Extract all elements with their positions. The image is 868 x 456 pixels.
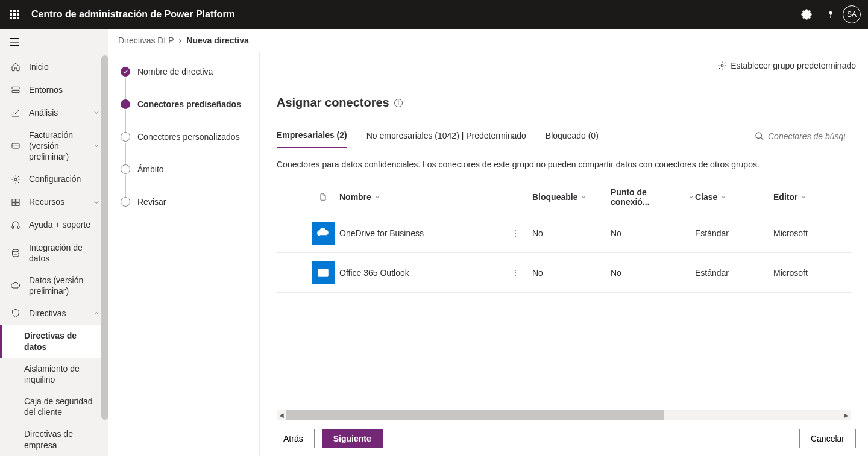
nav-datos[interactable]: Datos (versión preliminar) [0, 269, 108, 302]
nav-entornos[interactable]: Entornos [0, 78, 108, 101]
tab-no-empresariales[interactable]: No empresariales (1042) | Predeterminado [366, 125, 526, 148]
nav-inicio[interactable]: Inicio [0, 55, 108, 78]
table-header: Nombre Bloqueable Punto de conexió... Cl… [277, 181, 851, 213]
col-editor[interactable]: Editor [773, 192, 846, 202]
billing-icon [10, 140, 22, 152]
scroll-right-icon[interactable]: ▶ [841, 410, 851, 420]
sidebar: Inicio Entornos Análisis Facturación (ve… [0, 29, 108, 456]
svg-rect-20 [12, 202, 15, 205]
nav-label: Inicio [29, 61, 101, 72]
nav-aislamiento[interactable]: Aislamiento de inquilino [0, 358, 108, 390]
search-input[interactable] [768, 131, 846, 141]
nav-directivas[interactable]: Directivas [0, 302, 108, 325]
info-icon[interactable]: i [394, 99, 403, 107]
nav-integracion[interactable]: Integración de datos [0, 237, 108, 269]
connectors-table: Nombre Bloqueable Punto de conexió... Cl… [277, 181, 851, 293]
chart-icon [10, 107, 22, 119]
svg-rect-23 [17, 226, 19, 228]
scroll-left-icon[interactable]: ◀ [277, 410, 286, 420]
nav-label: Caja de seguridad del cliente [24, 396, 101, 417]
chevron-up-icon [93, 309, 101, 317]
svg-rect-2 [17, 10, 19, 12]
nav-label: Recursos [29, 196, 93, 207]
page-title: Asignar conectores i [277, 96, 851, 110]
svg-point-26 [756, 133, 761, 138]
step-revisar[interactable]: Revisar [121, 197, 250, 230]
headset-icon [10, 219, 22, 231]
svg-rect-11 [10, 38, 19, 39]
next-button[interactable]: Siguiente [322, 429, 383, 448]
svg-point-10 [830, 17, 831, 17]
col-clase[interactable]: Clase [695, 192, 773, 202]
nav-recursos[interactable]: Recursos [0, 191, 108, 214]
gear-icon [717, 61, 727, 70]
tab-description: Conectores para datos confidenciales. Lo… [277, 160, 851, 169]
cancel-button[interactable]: Cancelar [799, 429, 856, 448]
row-menu-icon[interactable]: ⋮ [508, 266, 523, 280]
svg-rect-6 [10, 17, 12, 19]
resources-icon [10, 196, 22, 208]
horizontal-scrollbar[interactable]: ◀ ▶ [277, 410, 851, 420]
nav-facturacion[interactable]: Facturación (versión preliminar) [0, 124, 108, 168]
step-ambito[interactable]: Ámbito [121, 164, 250, 197]
tab-empresariales[interactable]: Empresariales (2) [277, 124, 347, 148]
svg-rect-1 [13, 10, 16, 12]
col-nombre[interactable]: Nombre [339, 192, 508, 202]
step-conectores-predisenados[interactable]: Conectores prediseñados [121, 99, 250, 132]
nav-label: Configuración [29, 173, 101, 184]
nav-label: Directivas de empresa [24, 428, 101, 450]
content: Establecer grupo predeterminado Asignar … [259, 52, 868, 456]
svg-rect-15 [12, 90, 19, 92]
nav-label: Directivas de datos [24, 330, 101, 352]
svg-rect-19 [16, 199, 19, 202]
svg-point-24 [13, 249, 19, 252]
step-conectores-personalizados[interactable]: Conectores personalizados [121, 132, 250, 164]
breadcrumb: Directivas DLP › Nueva directiva [108, 29, 868, 52]
svg-rect-14 [12, 87, 19, 89]
back-button[interactable]: Atrás [272, 429, 315, 448]
hamburger-icon[interactable] [0, 29, 108, 55]
avatar[interactable]: SA [843, 5, 861, 23]
set-default-group-button[interactable]: Establecer grupo predeterminado [717, 61, 856, 70]
table-row[interactable]: OneDrive for Business ⋮ No No Estándar M… [277, 213, 851, 253]
step-nombre[interactable]: Nombre de directiva [121, 67, 250, 99]
chevron-down-icon [93, 142, 101, 150]
nav-directivas-datos[interactable]: Directivas de datos [0, 325, 108, 357]
outlook-icon [312, 261, 335, 284]
svg-rect-8 [17, 17, 19, 19]
search-box[interactable] [755, 131, 851, 142]
row-menu-icon[interactable]: ⋮ [508, 226, 523, 240]
nav-label: Entornos [29, 84, 101, 95]
nav-directivas-empresa[interactable]: Directivas de empresa [0, 423, 108, 455]
search-icon [755, 131, 764, 141]
nav-label: Directivas [29, 308, 93, 319]
nav-configuracion[interactable]: Configuración [0, 168, 108, 191]
data-icon [10, 247, 22, 259]
app-title: Centro de administración de Power Platfo… [31, 9, 235, 20]
svg-rect-18 [12, 199, 15, 202]
cloud-icon [10, 280, 22, 292]
breadcrumb-current: Nueva directiva [186, 36, 249, 45]
col-punto-conexion[interactable]: Punto de conexió... [611, 187, 695, 207]
settings-icon[interactable] [794, 2, 819, 27]
nav-label: Datos (versión preliminar) [29, 275, 101, 296]
waffle-icon[interactable] [7, 7, 22, 22]
col-bloqueable[interactable]: Bloqueable [532, 192, 611, 202]
nav-label: Análisis [29, 107, 93, 118]
nav-label: Integración de datos [29, 242, 101, 264]
help-icon[interactable] [819, 2, 843, 27]
breadcrumb-parent[interactable]: Directivas DLP [118, 36, 174, 45]
gear-icon [10, 173, 22, 186]
tab-bloqueado[interactable]: Bloqueado (0) [546, 125, 599, 148]
svg-rect-21 [16, 202, 19, 205]
svg-rect-16 [12, 143, 19, 148]
nav-ayuda[interactable]: Ayuda + soporte [0, 214, 108, 237]
svg-rect-12 [10, 42, 19, 43]
nav-analisis[interactable]: Análisis [0, 101, 108, 124]
nav-caja-seguridad[interactable]: Caja de seguridad del cliente [0, 390, 108, 423]
home-icon [10, 61, 22, 73]
main: Directivas DLP › Nueva directiva Nombre … [108, 29, 868, 456]
sidebar-scrollbar[interactable] [101, 55, 108, 429]
table-row[interactable]: Office 365 Outlook ⋮ No No Estándar Micr… [277, 253, 851, 293]
svg-rect-0 [10, 10, 12, 12]
